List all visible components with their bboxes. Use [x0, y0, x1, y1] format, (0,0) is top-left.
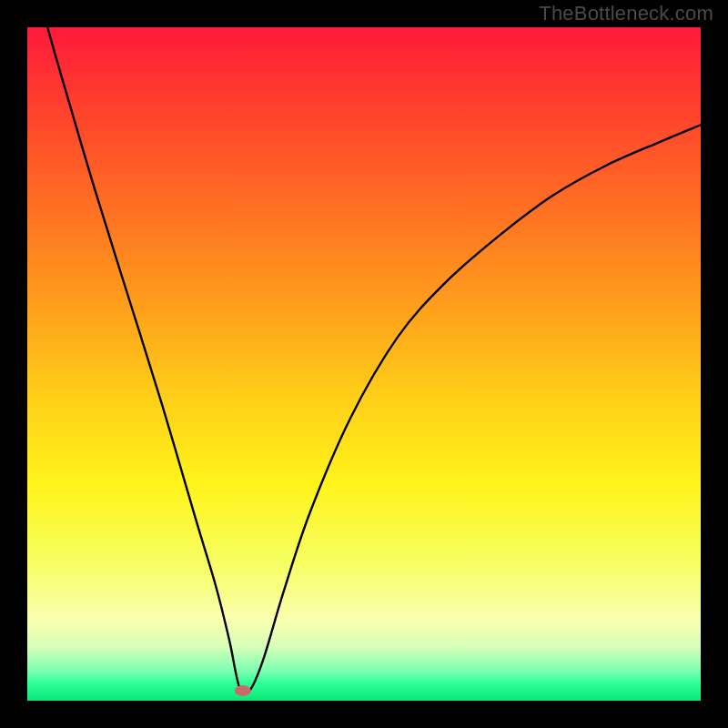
plot-area [27, 27, 701, 701]
chart-frame: TheBottleneck.com [0, 0, 728, 728]
optimal-point-marker [235, 685, 251, 696]
watermark-label: TheBottleneck.com [539, 2, 713, 25]
gradient-background [27, 27, 701, 701]
bottleneck-chart [27, 27, 701, 701]
